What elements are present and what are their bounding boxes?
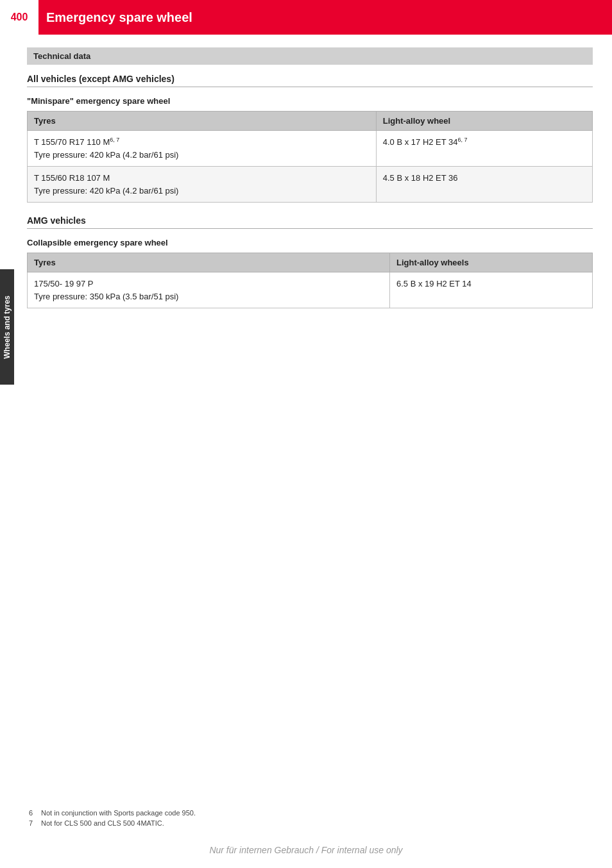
header-bar: 400 Emergency spare wheel: [0, 0, 612, 35]
minispare-title: "Minispare" emergency spare wheel: [27, 96, 593, 106]
footnote-2-number: 7: [29, 819, 39, 827]
collapsible-title: Collapsible emergency spare wheel: [27, 238, 593, 247]
amg-vehicles-title: AMG vehicles: [27, 215, 593, 229]
minispare-table-header-row: Tyres Light-alloy wheel: [28, 112, 593, 131]
side-tab-label: Wheels and tyres: [3, 296, 12, 359]
table-row: 175/50- 19 97 P Tyre pressure: 350 kPa (…: [28, 272, 593, 308]
minispare-table: Tyres Light-alloy wheel T 155/70 R17 110…: [27, 111, 593, 203]
minispare-col2-header: Light-alloy wheel: [376, 112, 592, 131]
collapsible-row1-col2: 6.5 B x 19 H2 ET 14: [389, 272, 592, 308]
footnote-1-text: Not in conjunction with Sports package c…: [41, 809, 592, 817]
minispare-row2-col2: 4.5 B x 18 H2 ET 36: [376, 167, 592, 203]
collapsible-col2-header: Light-alloy wheels: [389, 253, 592, 272]
table-row: T 155/60 R18 107 M Tyre pressure: 420 kP…: [28, 167, 593, 203]
collapsible-table-header-row: Tyres Light-alloy wheels: [28, 253, 593, 272]
collapsible-row1-col1: 175/50- 19 97 P Tyre pressure: 350 kPa (…: [28, 272, 390, 308]
main-content: Technical data All vehicles (except AMG …: [14, 35, 612, 372]
footnote-1-number: 6: [29, 809, 39, 817]
amg-vehicles-section: AMG vehicles Collapsible emergency spare…: [27, 215, 593, 308]
minispare-row2-col1: T 155/60 R18 107 M Tyre pressure: 420 kP…: [28, 167, 377, 203]
minispare-row1-col2: 4.0 B x 17 H2 ET 346, 7: [376, 131, 592, 167]
footnotes: 6 Not in conjunction with Sports package…: [29, 809, 593, 830]
footnote-2-text: Not for CLS 500 and CLS 500 4MATIC.: [41, 819, 592, 827]
footnote-1: 6 Not in conjunction with Sports package…: [29, 809, 593, 817]
all-vehicles-title: All vehicles (except AMG vehicles): [27, 74, 593, 87]
watermark: Nur für internen Gebrauch / For internal…: [0, 845, 612, 855]
section-header: Technical data: [27, 47, 593, 65]
table-row: T 155/70 R17 110 M6, 7 Tyre pressure: 42…: [28, 131, 593, 167]
collapsible-table: Tyres Light-alloy wheels 175/50- 19 97 P…: [27, 253, 593, 308]
collapsible-col1-header: Tyres: [28, 253, 390, 272]
minispare-row1-col1: T 155/70 R17 110 M6, 7 Tyre pressure: 42…: [28, 131, 377, 167]
page-number: 400: [0, 0, 38, 35]
footnote-2: 7 Not for CLS 500 and CLS 500 4MATIC.: [29, 819, 593, 827]
minispare-col1-header: Tyres: [28, 112, 377, 131]
side-tab: Wheels and tyres: [0, 269, 14, 385]
page-title: Emergency spare wheel: [38, 10, 192, 25]
